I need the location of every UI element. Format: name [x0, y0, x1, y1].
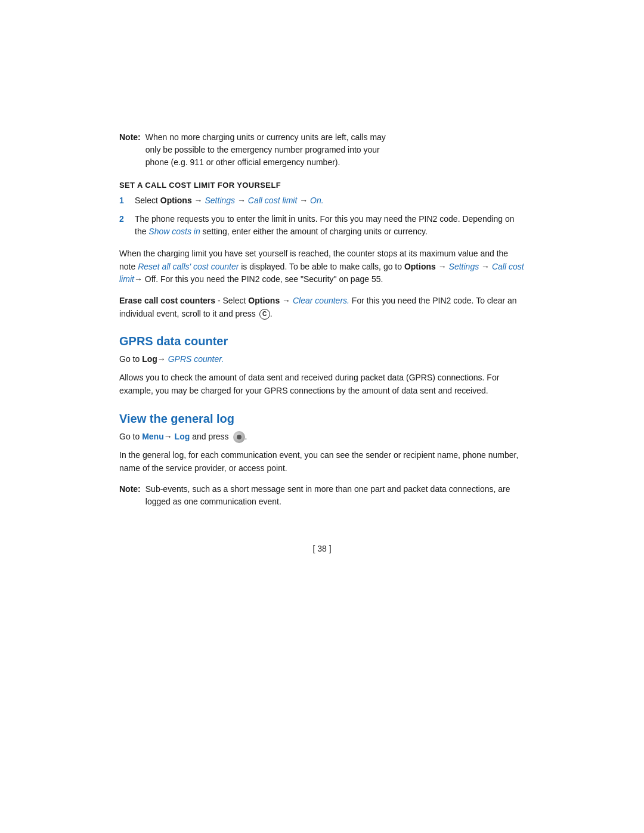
step2-content: The phone requests you to enter the limi…	[135, 213, 525, 238]
charging-settings: Settings	[449, 262, 479, 271]
opening-note: Note: When no more charging units or cur…	[119, 131, 525, 169]
step1-content: Select Options → Settings → Call cost li…	[135, 194, 525, 207]
gprs-goto-arrow: →	[157, 354, 166, 364]
charging-paragraph: When the charging limit you have set you…	[119, 247, 525, 286]
view-general-goto: Go to Menu→ Log and press .	[119, 431, 525, 443]
view-general-title: View the general log	[119, 412, 525, 426]
step-1: 1 Select Options → Settings → Call cost …	[119, 194, 525, 207]
call-cost-section: SET A CALL COST LIMIT FOR YOURSELF 1 Sel…	[119, 181, 525, 320]
step1-arrow1: →	[194, 196, 203, 205]
erase-options: Options	[248, 296, 280, 305]
nav-icon	[233, 431, 245, 443]
erase-link: Clear counters.	[293, 296, 349, 305]
page-footer: [ 38 ]	[119, 544, 525, 553]
erase-arrow: →	[282, 296, 290, 305]
step1-callcostlimit: Call cost limit	[248, 196, 297, 205]
note-line3: phone (e.g. 911 or other official emerge…	[145, 157, 340, 167]
erase-paragraph: Erase call cost counters - Select Option…	[119, 295, 525, 320]
call-cost-heading: SET A CALL COST LIMIT FOR YOURSELF	[119, 181, 525, 190]
page-container: Note: When no more charging units or cur…	[119, 0, 525, 661]
note-line2: only be possible to the emergency number…	[145, 145, 380, 154]
vg-note-text: Sub-events, such as a short message sent…	[145, 484, 510, 506]
vg-goto-pre: Go to	[119, 432, 142, 441]
erase-label: Erase call cost counters	[119, 296, 215, 305]
gprs-goto-bold: Log	[142, 354, 157, 364]
charging-text3: → Off. For this you need the PIN2 code, …	[134, 274, 383, 284]
note-line1: When no more charging units or currency …	[145, 132, 386, 142]
vg-note-label: Note:	[119, 483, 141, 508]
gprs-paragraph: Allows you to check the amount of data s…	[119, 371, 525, 397]
view-general-paragraph: In the general log, for each communicati…	[119, 449, 525, 475]
note-content: When no more charging units or currency …	[145, 131, 386, 169]
step2-link: Show costs in	[148, 227, 200, 236]
erase-text3: .	[270, 309, 273, 318]
gprs-goto-italic: GPRS counter.	[168, 354, 224, 364]
note-label: Note:	[119, 131, 141, 169]
step1-num: 1	[119, 194, 129, 207]
step1-settings: Settings	[205, 196, 235, 205]
vg-note-content: Sub-events, such as a short message sent…	[145, 483, 525, 508]
charging-text2: is displayed. To be able to make calls, …	[239, 262, 404, 271]
page-number: [ 38 ]	[312, 544, 331, 553]
vg-goto-log: Log	[175, 432, 190, 441]
gprs-goto: Go to Log→ GPRS counter.	[119, 353, 525, 366]
erase-text1: - Select	[215, 296, 248, 305]
call-cost-steps: 1 Select Options → Settings → Call cost …	[119, 194, 525, 238]
step1-arrow3: →	[299, 196, 308, 205]
step1-on: On.	[310, 196, 324, 205]
charging-arrow1: →	[438, 262, 447, 271]
gprs-title: GPRS data counter	[119, 335, 525, 348]
charging-arrow2: →	[481, 262, 490, 271]
view-general-section: View the general log Go to Menu→ Log and…	[119, 412, 525, 509]
step1-pre: Select	[135, 196, 160, 205]
c-icon: C	[259, 309, 270, 320]
gprs-section: GPRS data counter Go to Log→ GPRS counte…	[119, 335, 525, 397]
vg-goto-arrow: →	[164, 432, 172, 441]
step2-num: 2	[119, 213, 129, 238]
gprs-goto-pre: Go to	[119, 354, 142, 364]
view-general-note: Note: Sub-events, such as a short messag…	[119, 483, 525, 508]
step1-options: Options	[160, 196, 192, 205]
step1-arrow2: →	[237, 196, 246, 205]
step-2: 2 The phone requests you to enter the li…	[119, 213, 525, 238]
charging-options: Options	[404, 262, 436, 271]
vg-goto-text: and press	[190, 432, 231, 441]
step2-text2: setting, enter either the amount of char…	[200, 227, 428, 236]
charging-link1: Reset all calls' cost counter	[138, 262, 239, 271]
vg-goto-menu: Menu	[142, 432, 164, 441]
